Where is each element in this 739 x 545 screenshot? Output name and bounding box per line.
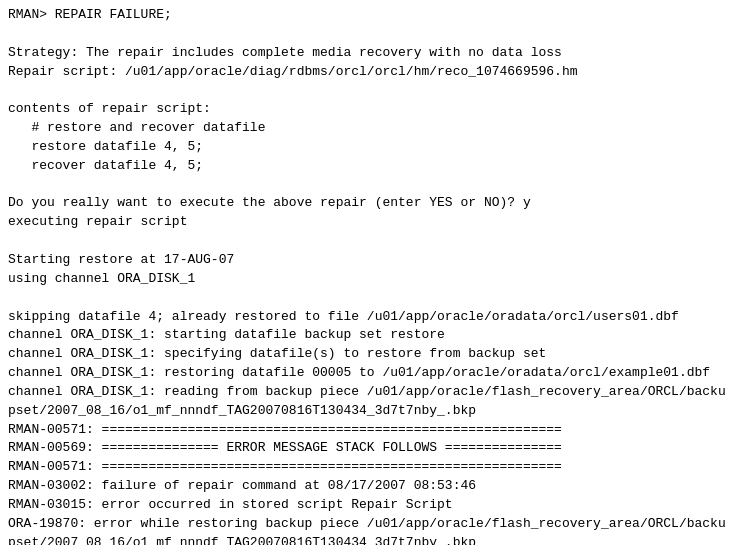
- terminal-line: contents of repair script:: [8, 100, 731, 119]
- terminal-line: Do you really want to execute the above …: [8, 194, 731, 213]
- terminal-line: Strategy: The repair includes complete m…: [8, 44, 731, 63]
- terminal-line: ORA-19870: error while restoring backup …: [8, 515, 731, 545]
- terminal-line: channel ORA_DISK_1: specifying datafile(…: [8, 345, 731, 364]
- terminal-line: channel ORA_DISK_1: starting datafile ba…: [8, 326, 731, 345]
- terminal-line: [8, 232, 731, 251]
- terminal-line: # restore and recover datafile: [8, 119, 731, 138]
- terminal-line: restore datafile 4, 5;: [8, 138, 731, 157]
- terminal-line: channel ORA_DISK_1: restoring datafile 0…: [8, 364, 731, 383]
- terminal-line: RMAN-00569: =============== ERROR MESSAG…: [8, 439, 731, 458]
- terminal-line: channel ORA_DISK_1: reading from backup …: [8, 383, 731, 421]
- terminal-line: using channel ORA_DISK_1: [8, 270, 731, 289]
- terminal-line: RMAN-00571: ============================…: [8, 458, 731, 477]
- terminal-line: [8, 81, 731, 100]
- terminal-output: RMAN> REPAIR FAILURE; Strategy: The repa…: [0, 0, 739, 545]
- terminal-line: Starting restore at 17-AUG-07: [8, 251, 731, 270]
- terminal-line: [8, 289, 731, 308]
- terminal-line: skipping datafile 4; already restored to…: [8, 308, 731, 327]
- terminal-line: [8, 25, 731, 44]
- terminal-line: RMAN> REPAIR FAILURE;: [8, 6, 731, 25]
- terminal-line: recover datafile 4, 5;: [8, 157, 731, 176]
- terminal-line: RMAN-03015: error occurred in stored scr…: [8, 496, 731, 515]
- terminal-line: [8, 176, 731, 195]
- terminal-line: RMAN-03002: failure of repair command at…: [8, 477, 731, 496]
- terminal-line: Repair script: /u01/app/oracle/diag/rdbm…: [8, 63, 731, 82]
- terminal-line: executing repair script: [8, 213, 731, 232]
- terminal-line: RMAN-00571: ============================…: [8, 421, 731, 440]
